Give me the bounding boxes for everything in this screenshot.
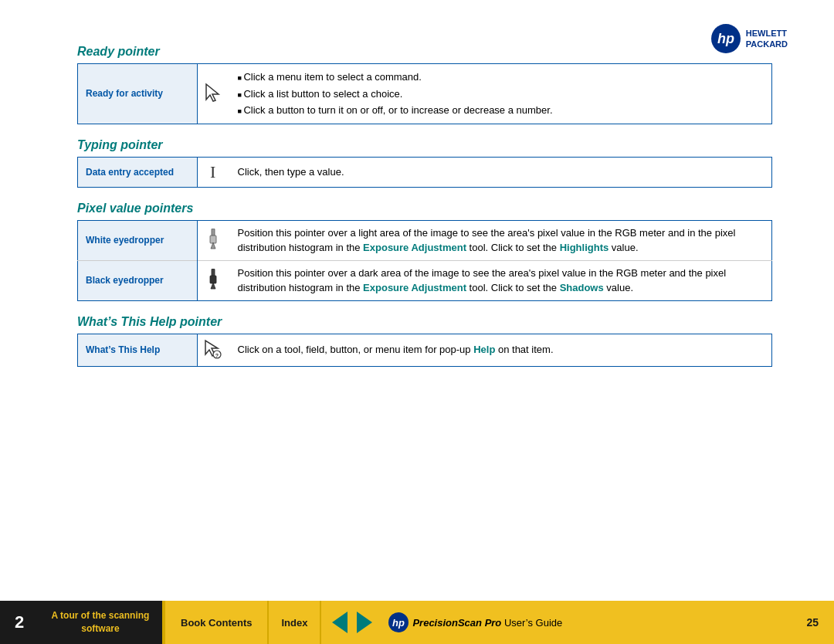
svg-marker-2: [206, 84, 219, 101]
row-description-help: Click on a tool, field, button, or menu …: [229, 334, 772, 366]
row-description-black: Position this pointer over a dark area o…: [229, 260, 772, 300]
help-cursor-icon: ?: [198, 334, 229, 366]
white-eyedropper-icon: [198, 220, 229, 260]
section-heading-ready: Ready pointer: [77, 45, 772, 59]
list-item: Click a menu item to select a command.: [238, 69, 763, 86]
page-number: 25: [806, 616, 819, 629]
row-description: Click a menu item to select a command. C…: [229, 64, 772, 124]
product-name: PrecisionScan Pro User’s Guide: [412, 617, 562, 629]
svg-rect-3: [212, 229, 215, 236]
table-row: Data entry accepted I Click, then type a…: [78, 157, 772, 187]
row-description-white: Position this pointer over a light area …: [229, 220, 772, 260]
shadows-link[interactable]: Shadows: [560, 282, 604, 293]
row-label: Data entry accepted: [78, 157, 198, 187]
brand-area: hp PrecisionScan Pro User’s Guide: [388, 612, 562, 633]
table-row: Ready for activity Click a menu item to …: [78, 64, 772, 124]
chapter-number: 2: [0, 601, 39, 644]
prev-page-button[interactable]: [329, 612, 351, 633]
table-row-black-eyedropper: Black eyedropper Position this pointer o…: [78, 260, 772, 300]
table-row-help: What’s This Help ? Click on a tool, fiel…: [78, 334, 772, 366]
product-name-rest: User’s Guide: [501, 617, 562, 629]
row-label-white: White eyedropper: [78, 220, 198, 260]
hp-nav-logo: hp: [388, 612, 409, 633]
svg-text:hp: hp: [392, 617, 405, 629]
row-description: Click, then type a value.: [229, 157, 772, 187]
svg-text:?: ?: [215, 353, 219, 358]
help-pointer-table: What’s This Help ? Click on a tool, fiel…: [77, 334, 772, 367]
book-contents-button[interactable]: Book Contents: [164, 601, 269, 644]
typing-pointer-table: Data entry accepted I Click, then type a…: [77, 157, 772, 188]
bottom-navigation-bar: 2 A tour of the scanning software Book C…: [0, 601, 834, 644]
right-arrow-icon: [357, 612, 372, 633]
pixel-pointer-table: White eyedropper Position this pointer o…: [77, 220, 772, 301]
help-link[interactable]: Help: [473, 344, 495, 355]
index-button[interactable]: Index: [269, 601, 321, 644]
section-heading-typing: Typing pointer: [77, 138, 772, 152]
ready-pointer-table: Ready for activity Click a menu item to …: [77, 63, 772, 124]
section-heading-pixel: Pixel value pointers: [77, 202, 772, 215]
left-arrow-icon: [332, 612, 348, 633]
page-content: Ready pointer Ready for activity Click a…: [0, 0, 834, 367]
arrow-cursor-icon: [198, 64, 229, 124]
row-label-help: What’s This Help: [78, 334, 198, 366]
list-item: Click a list button to select a choice.: [238, 86, 763, 103]
product-name-italic: PrecisionScan Pro: [412, 617, 501, 629]
tour-link-button[interactable]: A tour of the scanning software: [39, 601, 162, 644]
nav-arrows-group: [321, 612, 383, 633]
black-eyedropper-icon: [198, 260, 229, 300]
svg-rect-6: [212, 269, 215, 276]
list-item: Click a button to turn it on or off, or …: [238, 102, 763, 119]
row-label: Ready for activity: [78, 64, 198, 124]
table-row-white-eyedropper: White eyedropper Position this pointer o…: [78, 220, 772, 260]
exposure-adjustment-link-1[interactable]: Exposure Adjustment: [363, 242, 466, 253]
ibeam-cursor-icon: I: [198, 157, 229, 187]
row-label-black: Black eyedropper: [78, 260, 198, 300]
section-heading-help: What’s This Help pointer: [77, 315, 772, 329]
highlights-link[interactable]: Highlights: [560, 242, 609, 253]
next-page-button[interactable]: [354, 612, 375, 633]
exposure-adjustment-link-2[interactable]: Exposure Adjustment: [363, 282, 466, 293]
